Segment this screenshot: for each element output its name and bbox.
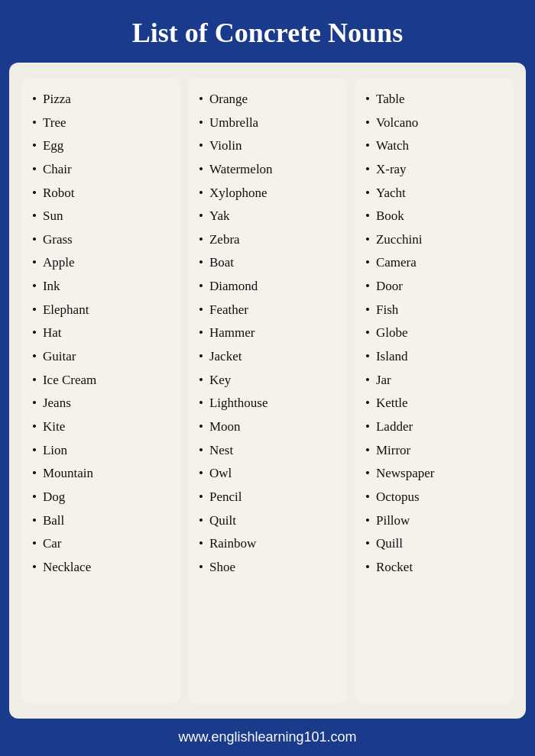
list-item: Lion xyxy=(32,441,170,460)
list-item: Zucchini xyxy=(365,231,503,250)
list-item: Chair xyxy=(32,160,170,179)
list-item: Fish xyxy=(365,301,503,320)
list-item: Key xyxy=(199,371,336,390)
list-item: Elephant xyxy=(32,301,170,320)
list-item: Egg xyxy=(32,137,170,156)
list-item: Hat xyxy=(32,324,170,343)
list-item: Xylophone xyxy=(199,184,336,203)
list-item: Jar xyxy=(365,371,503,390)
list-item: Necklace xyxy=(32,558,170,577)
column-1-list: PizzaTreeEggChairRobotSunGrassAppleInkEl… xyxy=(32,90,170,577)
list-item: Sun xyxy=(32,207,170,226)
column-1: PizzaTreeEggChairRobotSunGrassAppleInkEl… xyxy=(21,78,180,703)
list-item: Rainbow xyxy=(199,535,336,554)
page-header: List of Concrete Nouns xyxy=(0,0,535,63)
list-item: Globe xyxy=(365,324,503,343)
list-item: Camera xyxy=(365,254,503,273)
list-item: Boat xyxy=(199,254,336,273)
list-item: Pencil xyxy=(199,488,336,507)
list-item: Jacket xyxy=(199,347,336,367)
list-item: Yacht xyxy=(365,184,503,203)
list-item: Robot xyxy=(32,184,170,203)
content-area: PizzaTreeEggChairRobotSunGrassAppleInkEl… xyxy=(9,63,526,719)
list-item: Car xyxy=(32,535,170,554)
list-item: Watermelon xyxy=(199,160,336,179)
list-item: Owl xyxy=(199,464,336,483)
column-3-list: TableVolcanoWatchX-rayYachtBookZucchiniC… xyxy=(365,90,503,577)
list-item: Quill xyxy=(365,535,503,554)
list-item: Mountain xyxy=(32,464,170,483)
list-item: Apple xyxy=(32,254,170,273)
list-item: Lighthouse xyxy=(199,394,336,413)
page-title: List of Concrete Nouns xyxy=(15,17,520,49)
list-item: Pillow xyxy=(365,512,503,531)
list-item: Guitar xyxy=(32,347,170,367)
list-item: Hammer xyxy=(199,324,336,343)
footer-url: www.englishlearning101.com xyxy=(178,729,356,745)
list-item: Volcano xyxy=(365,114,503,133)
list-item: Moon xyxy=(199,418,336,437)
list-item: Umbrella xyxy=(199,114,336,133)
list-item: Feather xyxy=(199,301,336,320)
list-item: Ladder xyxy=(365,418,503,437)
list-item: Dog xyxy=(32,488,170,507)
column-2: OrangeUmbrellaViolinWatermelonXylophoneY… xyxy=(188,78,347,703)
list-item: Island xyxy=(365,347,503,367)
list-item: Kettle xyxy=(365,394,503,413)
list-item: X-ray xyxy=(365,160,503,179)
list-item: Pizza xyxy=(32,90,170,109)
list-item: Door xyxy=(365,277,503,296)
list-item: Octopus xyxy=(365,488,503,507)
list-item: Table xyxy=(365,90,503,109)
list-item: Grass xyxy=(32,231,170,250)
list-item: Orange xyxy=(199,90,336,109)
list-item: Kite xyxy=(32,418,170,437)
list-item: Nest xyxy=(199,441,336,460)
list-item: Rocket xyxy=(365,558,503,577)
column-2-list: OrangeUmbrellaViolinWatermelonXylophoneY… xyxy=(199,90,336,577)
list-item: Diamond xyxy=(199,277,336,296)
list-item: Watch xyxy=(365,137,503,156)
list-item: Yak xyxy=(199,207,336,226)
list-item: Book xyxy=(365,207,503,226)
list-item: Ball xyxy=(32,512,170,531)
list-item: Ice Cream xyxy=(32,371,170,390)
list-item: Ink xyxy=(32,277,170,296)
list-item: Tree xyxy=(32,114,170,133)
list-item: Quilt xyxy=(199,512,336,531)
list-item: Newspaper xyxy=(365,464,503,483)
list-item: Jeans xyxy=(32,394,170,413)
list-item: Zebra xyxy=(199,231,336,250)
list-item: Shoe xyxy=(199,558,336,577)
page-footer: www.englishlearning101.com xyxy=(0,719,535,756)
list-item: Violin xyxy=(199,137,336,156)
list-item: Mirror xyxy=(365,441,503,460)
column-3: TableVolcanoWatchX-rayYachtBookZucchiniC… xyxy=(355,78,514,703)
